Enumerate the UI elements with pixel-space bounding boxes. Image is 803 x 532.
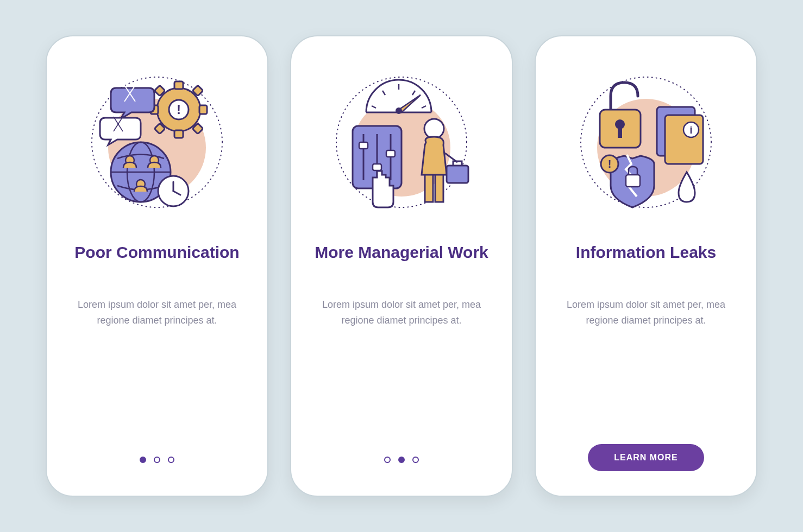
card-body: Lorem ipsum dolor sit amet per, mea regi… (320, 297, 483, 328)
dot-2[interactable] (398, 457, 405, 463)
dot-3[interactable] (168, 457, 174, 463)
svg-rect-3 (174, 81, 183, 89)
svg-rect-36 (373, 164, 381, 170)
svg-rect-41 (447, 166, 468, 183)
dot-1[interactable] (140, 457, 146, 463)
poor-communication-icon: ! (84, 69, 230, 216)
svg-point-38 (424, 119, 444, 138)
svg-rect-40 (435, 175, 443, 202)
svg-rect-39 (425, 175, 433, 202)
card-body: Lorem ipsum dolor sit amet per, mea regi… (76, 297, 239, 328)
svg-rect-49 (665, 115, 703, 164)
dot-2[interactable] (154, 457, 160, 463)
svg-point-30 (396, 107, 402, 114)
svg-rect-6 (199, 105, 207, 114)
svg-rect-52 (626, 175, 640, 187)
managerial-work-icon (328, 69, 475, 216)
svg-text:!: ! (177, 102, 181, 117)
onboarding-card-3: i ! Information Leaks Lorem ipsum dolor … (535, 35, 757, 497)
learn-more-button[interactable]: LEARN MORE (588, 444, 704, 471)
dot-3[interactable] (412, 457, 419, 463)
svg-text:i: i (689, 125, 692, 136)
card-title: Poor Communication (74, 232, 239, 273)
pagination-dots (384, 457, 419, 463)
svg-text:!: ! (608, 158, 612, 170)
dot-1[interactable] (384, 457, 391, 463)
onboarding-card-2: More Managerial Work Lorem ipsum dolor s… (290, 35, 513, 497)
svg-rect-47 (618, 126, 622, 138)
card-title: Information Leaks (576, 232, 716, 273)
card-body: Lorem ipsum dolor sit amet per, mea regi… (564, 297, 727, 328)
svg-rect-35 (359, 142, 368, 149)
card-title: More Managerial Work (315, 232, 488, 273)
svg-rect-37 (386, 150, 395, 157)
svg-rect-4 (174, 130, 183, 138)
onboarding-card-1: ! Poor Communication Lorem (46, 35, 268, 497)
pagination-dots (140, 457, 174, 463)
information-leaks-icon: i ! (573, 69, 719, 216)
